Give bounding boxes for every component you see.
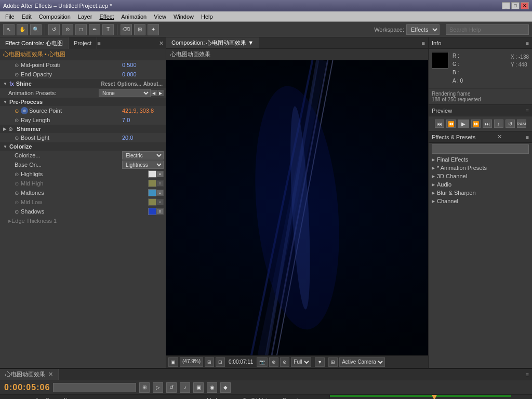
prev-play[interactable]: ▶ xyxy=(458,119,469,128)
ep-close-icon[interactable]: ✕ xyxy=(497,134,502,140)
panel-close-icon[interactable]: ✕ xyxy=(159,40,164,47)
orbit-tool[interactable]: ⊙ xyxy=(62,24,73,35)
ep-item-blurandsharpen[interactable]: ▶ Blur & Sharpen xyxy=(429,189,532,197)
comp-quality-select[interactable]: Full xyxy=(291,357,311,367)
close-button[interactable]: ✕ xyxy=(521,2,529,9)
sourcepoint-value[interactable]: 421.9, 303.8 xyxy=(122,108,164,114)
puppet-tool[interactable]: ✦ xyxy=(148,24,159,35)
menu-view[interactable]: View xyxy=(151,13,169,20)
anim-presets-select[interactable]: None xyxy=(99,89,151,97)
tab-effect-controls[interactable]: Effect Controls: 心电图 xyxy=(0,37,69,49)
comp-view-btn[interactable]: ⊞ xyxy=(205,357,214,367)
prev-first[interactable]: ⏮ xyxy=(435,119,444,128)
prev-ram[interactable]: RAM xyxy=(517,119,526,128)
boostlight-value[interactable]: 20.0 xyxy=(122,135,164,141)
colorize-header[interactable]: ▼ Colorize xyxy=(0,142,166,151)
shadows-stopwatch[interactable]: ⊙ xyxy=(15,209,21,215)
menu-effect[interactable]: Effect xyxy=(96,13,117,20)
ep-menu-icon[interactable]: ≡ xyxy=(526,134,529,140)
tl-tab-comp[interactable]: 心电图动画效果 ✕ xyxy=(0,369,59,380)
baseon-select[interactable]: Lightness xyxy=(122,161,164,169)
anim-presets-prev[interactable]: ◀ xyxy=(151,90,157,96)
shadows-swatch[interactable] xyxy=(148,208,156,215)
menu-animation[interactable]: Animation xyxy=(118,13,150,20)
composition-viewer[interactable] xyxy=(166,60,428,355)
comp-3d-btn[interactable]: ⊞ xyxy=(328,357,338,367)
preview-tab[interactable]: Preview xyxy=(432,108,452,114)
midpoint-value[interactable]: 0.500 xyxy=(122,62,164,68)
tl-render-btn[interactable]: ⊞ xyxy=(139,382,150,393)
ep-tab[interactable]: Effects & Presets xyxy=(432,134,475,140)
midtones-stopwatch[interactable]: ⊙ xyxy=(15,190,21,196)
comp-zoom[interactable]: (47.9%) xyxy=(180,357,203,367)
highlights-swatch[interactable] xyxy=(148,170,156,178)
highlights-mini-btn[interactable]: ≡ xyxy=(156,171,164,177)
rotate-tool[interactable]: ↺ xyxy=(48,24,60,35)
endopacity-value[interactable]: 0.000 xyxy=(122,71,164,77)
panel-menu-icon[interactable]: ≡ xyxy=(97,40,100,46)
menu-edit[interactable]: Edit xyxy=(19,13,35,20)
workspace-select[interactable]: Effects xyxy=(406,24,440,35)
rect-tool[interactable]: □ xyxy=(75,24,87,35)
tab-project[interactable]: Project xyxy=(69,37,97,49)
boostlight-stopwatch[interactable]: ⊙ xyxy=(15,135,21,141)
midpoint-stopwatch[interactable]: ⊙ xyxy=(15,62,21,68)
comp-tab[interactable]: Composition: 心电图动画效果 ▼ xyxy=(166,37,259,48)
menu-window[interactable]: Window xyxy=(170,13,197,20)
comp-menu-btn[interactable]: ▼ xyxy=(315,357,325,367)
comp-panel-menu[interactable]: ≡ xyxy=(422,40,428,46)
hand-tool[interactable]: ✋ xyxy=(17,24,28,35)
raylength-value[interactable]: 7.0 xyxy=(122,117,164,123)
comp-format-btn[interactable]: ▣ xyxy=(168,357,178,367)
preprocess-header[interactable]: ▼ Pre-Process xyxy=(0,98,166,106)
text-tool[interactable]: T xyxy=(102,24,114,35)
shimmer-stopwatch[interactable]: ⊙ xyxy=(8,126,15,132)
comp-ovr-btn[interactable]: ⊘ xyxy=(280,357,289,367)
selection-tool[interactable]: ↖ xyxy=(3,24,15,35)
comp-motion-btn[interactable]: ⊛ xyxy=(269,357,278,367)
prev-last[interactable]: ⏭ xyxy=(483,119,492,128)
tl-solo-btn[interactable]: ◉ xyxy=(207,382,217,393)
tl-timecode[interactable]: 0:00:05:06 xyxy=(4,383,50,392)
shadows-mini-btn[interactable]: ≡ xyxy=(156,208,164,215)
shine-options[interactable]: Options... xyxy=(117,81,141,87)
ep-search-input[interactable] xyxy=(432,144,529,154)
ep-item-animpresets[interactable]: ▶ * Animation Presets xyxy=(429,164,532,172)
info-menu-icon[interactable]: ≡ xyxy=(526,40,529,46)
comp-grid-btn[interactable]: ⊡ xyxy=(216,357,225,367)
search-help-input[interactable] xyxy=(446,24,529,35)
menu-file[interactable]: File xyxy=(2,13,18,20)
restore-button[interactable]: □ xyxy=(511,2,520,9)
tl-audio-btn[interactable]: ♪ xyxy=(180,382,190,393)
tl-video-btn[interactable]: ▣ xyxy=(193,382,204,393)
shine-header[interactable]: ▼ fx Shine Reset Options... About... xyxy=(0,79,166,88)
prev-forward[interactable]: ⏩ xyxy=(471,119,481,128)
tl-loop-btn[interactable]: ↺ xyxy=(166,382,177,393)
clone-tool[interactable]: ⊞ xyxy=(134,24,145,35)
ep-item-3dchannel[interactable]: ▶ 3D Channel xyxy=(429,172,532,180)
prev-audio[interactable]: ♪ xyxy=(494,119,503,128)
highlights-stopwatch[interactable]: ⊙ xyxy=(15,171,21,177)
info-tab[interactable]: Info xyxy=(432,40,441,46)
colorize-mode-select[interactable]: Electric xyxy=(122,151,164,159)
prev-loop[interactable]: ↺ xyxy=(506,119,515,128)
sourcepoint-stopwatch[interactable]: ⊙ xyxy=(15,108,21,114)
shine-about[interactable]: About... xyxy=(143,81,163,87)
midtones-swatch[interactable] xyxy=(148,189,156,196)
endopacity-stopwatch[interactable]: ⊙ xyxy=(15,72,21,77)
prev-back[interactable]: ⏪ xyxy=(446,119,456,128)
minimize-button[interactable]: _ xyxy=(502,2,510,9)
ep-item-finaleffects[interactable]: ▶ Final Effects xyxy=(429,155,532,164)
pen-tool[interactable]: ✒ xyxy=(89,24,100,35)
menu-layer[interactable]: Layer xyxy=(75,13,96,20)
brush-tool[interactable]: ⌫ xyxy=(121,24,132,35)
tl-tab-close[interactable]: ✕ xyxy=(48,371,53,378)
comp-snap-btn[interactable]: 📷 xyxy=(257,357,268,367)
menu-help[interactable]: Help xyxy=(198,13,216,20)
ep-item-channel[interactable]: ▶ Channel xyxy=(429,197,532,205)
raylength-stopwatch[interactable]: ⊙ xyxy=(15,117,21,123)
anim-presets-next[interactable]: ▶ xyxy=(157,90,164,96)
tl-search-input[interactable] xyxy=(53,383,136,392)
comp-camera-select[interactable]: Active Camera xyxy=(339,357,385,367)
menu-composition[interactable]: Composition xyxy=(36,13,74,20)
